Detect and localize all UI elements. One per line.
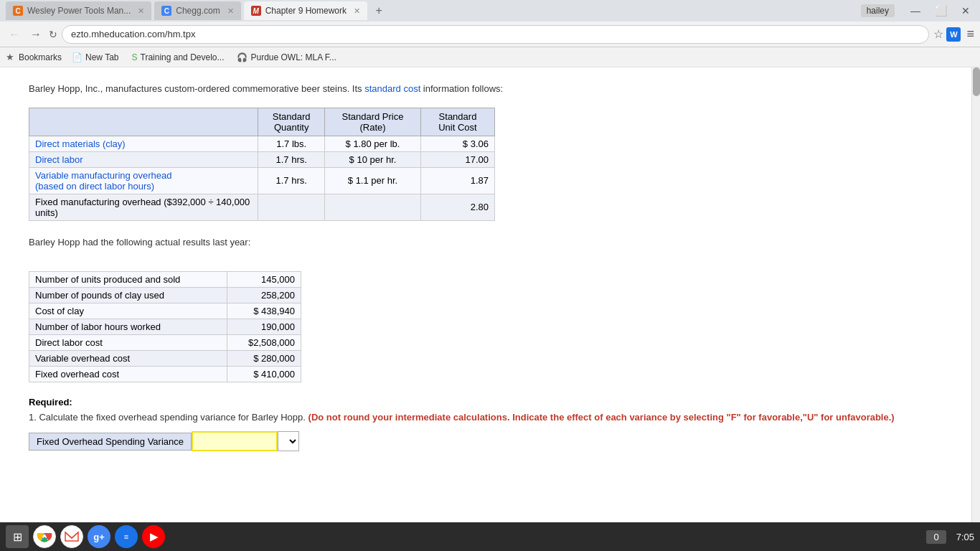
answer-amount-input[interactable] [192,431,278,451]
apps-button[interactable]: ⊞ [6,525,29,548]
taskbar: ⊞ g+ ≡ ▶ 0 7:05 [0,522,980,551]
tab1-label: Wesley Power Tools Man... [27,6,131,16]
standard-cost-table: StandardQuantity Standard Price(Rate) St… [29,108,495,221]
bookmarks-star-icon: ★ [6,52,14,62]
actual-row5-value: $2,508,000 [227,335,301,351]
row2-price: $ 10 per hr. [325,151,421,167]
required-label: Required: [29,397,951,408]
actual-row3-label: Cost of clay [29,303,227,319]
address-icons: ☆ W ≡ [933,27,974,42]
row1-desc: Direct materials (clay) [29,136,258,151]
row4-price [325,194,421,220]
row4-qty [258,194,325,220]
bookmark2-label: Training and Develo... [141,52,225,62]
scroll-thumb[interactable] [973,67,980,96]
bookmarks-label: Bookmarks [19,52,62,62]
row3-cost: 1.87 [420,167,494,194]
actual-row7-value: $ 410,000 [227,367,301,382]
table-row: Direct labor 1.7 hrs. $ 10 per hr. 17.00 [29,151,495,167]
actual-row4-value: 190,000 [227,319,301,335]
gmail-icon[interactable] [60,525,83,548]
scroll-track[interactable] [971,67,980,522]
tab-strip: C Wesley Power Tools Man... ✕ C Chegg.co… [6,1,861,20]
table-row: Number of pounds of clay used 258,200 [29,288,301,303]
table-row: Fixed overhead cost $ 410,000 [29,367,301,382]
title-bar: C Wesley Power Tools Man... ✕ C Chegg.co… [0,0,980,22]
bookmark3-icon: 🎧 [237,52,248,62]
back-button[interactable]: ← [6,27,23,42]
table-row: Direct labor cost $2,508,000 [29,335,301,351]
tab2-label: Chegg.com [176,6,220,16]
table-row: Direct materials (clay) 1.7 lbs. $ 1.80 … [29,136,495,151]
row2-cost: 17.00 [420,151,494,167]
row2-desc: Direct labor [29,151,258,167]
intro-paragraph: Barley Hopp, Inc., manufactures custom-o… [29,82,951,96]
actual-row6-label: Variable overhead cost [29,351,227,367]
row1-price: $ 1.80 per lb. [325,136,421,151]
table-row: Number of labor hours worked 190,000 [29,319,301,335]
forward-button[interactable]: → [27,27,44,42]
bookmark-new-tab[interactable]: 📄 New Tab [66,51,124,64]
browser-chrome: C Wesley Power Tools Man... ✕ C Chegg.co… [0,0,980,67]
bookmark3-label: Purdue OWL: MLA F... [250,52,336,62]
docs-icon[interactable]: ≡ [115,525,138,548]
google-icon[interactable]: g+ [88,525,110,548]
actual-row2-label: Number of pounds of clay used [29,288,227,303]
tab3-close[interactable]: ✕ [354,6,360,16]
tab-chegg[interactable]: C Chegg.com ✕ [154,1,240,20]
w-extension-icon[interactable]: W [946,27,961,42]
answer-label: Fixed Overhead Spending Variance [29,433,192,451]
bookmark2-icon: S [132,52,138,62]
table-row: Cost of clay $ 438,940 [29,303,301,319]
tab-wesley[interactable]: C Wesley Power Tools Man... ✕ [6,1,151,20]
row4-cost: 2.80 [420,194,494,220]
star-bookmark-icon[interactable]: ☆ [933,27,943,41]
bookmarks-bar: ★ Bookmarks 📄 New Tab S Training and Dev… [0,47,980,67]
row3-qty: 1.7 hrs. [258,167,325,194]
row2-qty: 1.7 hrs. [258,151,325,167]
actual-row1-value: 145,000 [227,272,301,288]
chrome-icon[interactable] [33,525,56,548]
required-red-text: (Do not round your intermediate calculat… [308,412,895,423]
minimize-button[interactable]: — [906,4,925,18]
intro-text: Barley Hopp, Inc., manufactures custom-o… [29,83,503,94]
table-row: Variable overhead cost $ 280,000 [29,351,301,367]
address-bar: ← → ↻ ☆ W ≡ [0,22,980,47]
row1-qty: 1.7 lbs. [258,136,325,151]
tab3-label: Chapter 9 Homework [265,6,347,16]
actual-row2-value: 258,200 [227,288,301,303]
row1-cost: $ 3.06 [420,136,494,151]
tab1-favicon: C [13,6,23,16]
menu-button[interactable]: ≡ [966,27,974,42]
tab1-close[interactable]: ✕ [138,6,144,16]
tab2-close[interactable]: ✕ [227,6,234,16]
answer-effect-select[interactable]: F U [278,431,299,451]
row4-desc: Fixed manufacturing overhead ($392,000 ÷… [29,194,258,220]
actual-row1-label: Number of units produced and sold [29,272,227,288]
bookmark1-label: New Tab [85,52,118,62]
reload-button[interactable]: ↻ [49,29,57,40]
address-input[interactable] [62,25,929,44]
standard-cost-link[interactable]: standard cost [364,83,420,94]
required-number: 1. [29,412,37,423]
maximize-button[interactable]: ⬜ [930,4,951,18]
new-tab-button[interactable]: + [370,2,387,19]
col-header-unit-cost: StandardUnit Cost [420,108,494,136]
close-button[interactable]: ✕ [957,4,974,18]
user-label: hailey [861,4,895,17]
bookmark1-icon: 📄 [72,52,83,62]
tab2-favicon: C [161,6,171,16]
row3-price: $ 1.1 per hr. [325,167,421,194]
tab-chapter9[interactable]: M Chapter 9 Homework ✕ [244,1,367,20]
bookmark-training[interactable]: S Training and Develo... [126,51,230,64]
actual-row3-value: $ 438,940 [227,303,301,319]
tab3-favicon: M [251,6,261,16]
bookmark-purdue[interactable]: 🎧 Purdue OWL: MLA F... [231,51,341,64]
col-header-price: Standard Price(Rate) [325,108,421,136]
col-header-qty: StandardQuantity [258,108,325,136]
actual-intro-paragraph: Barley Hopp had the following actual res… [29,235,951,250]
required-text: 1. Calculate the fixed overhead spending… [29,412,951,423]
col-header-desc [29,108,258,136]
youtube-icon[interactable]: ▶ [142,525,165,548]
taskbar-time: 7:05 [956,532,974,542]
